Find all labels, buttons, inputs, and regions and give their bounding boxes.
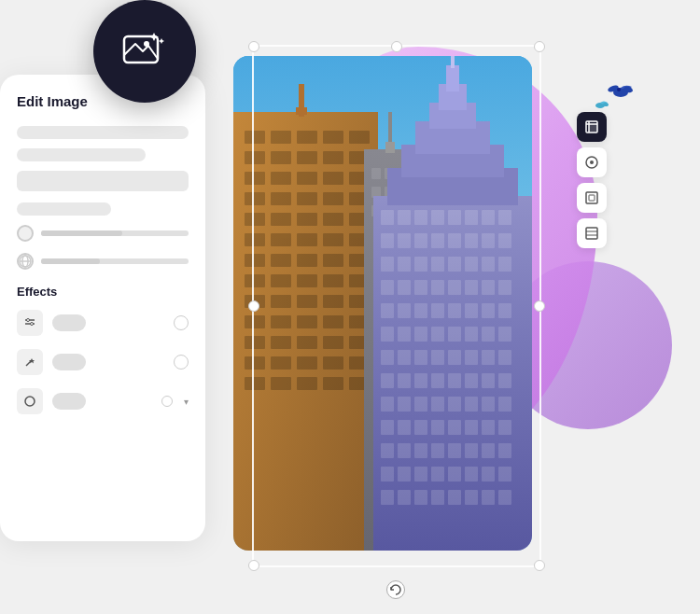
svg-rect-107: [498, 210, 511, 225]
svg-rect-148: [381, 350, 394, 365]
svg-rect-166: [414, 397, 427, 412]
svg-rect-179: [498, 420, 511, 435]
svg-rect-212: [586, 228, 597, 239]
right-toolbar: [577, 112, 607, 248]
svg-rect-105: [465, 210, 478, 225]
svg-rect-180: [381, 443, 394, 458]
svg-rect-65: [297, 336, 317, 349]
svg-rect-25: [297, 172, 317, 185]
handle-top-right[interactable]: [534, 41, 545, 52]
vignette-effect-row[interactable]: ▾: [17, 388, 189, 414]
svg-rect-108: [381, 233, 394, 248]
adjustments-effect-row[interactable]: [17, 310, 189, 336]
vignette-toggle[interactable]: [52, 393, 86, 410]
svg-rect-150: [414, 350, 427, 365]
frame-icon: [584, 190, 599, 205]
svg-rect-194: [482, 467, 495, 481]
main-image: [233, 56, 532, 551]
svg-rect-196: [381, 490, 394, 505]
audio-tool-button[interactable]: [577, 147, 607, 177]
svg-rect-104: [448, 210, 461, 225]
magic-effect-row[interactable]: [17, 349, 189, 375]
svg-rect-102: [414, 210, 427, 225]
handle-bottom-right[interactable]: [534, 560, 545, 571]
svg-rect-199: [431, 490, 444, 505]
handle-top-left[interactable]: [248, 41, 259, 52]
svg-rect-19: [271, 151, 291, 164]
handle-bottom-left[interactable]: [248, 560, 259, 571]
svg-rect-200: [448, 490, 461, 505]
saturation-icon: [17, 253, 34, 270]
vignette-chevron: ▾: [184, 397, 189, 407]
svg-rect-176: [448, 420, 461, 435]
svg-rect-169: [465, 397, 478, 412]
svg-rect-187: [498, 443, 511, 458]
svg-rect-138: [482, 303, 495, 318]
vignette-icon: [17, 388, 43, 414]
edit-image-icon: [119, 25, 171, 77]
svg-rect-106: [482, 210, 495, 225]
svg-rect-131: [498, 280, 511, 295]
svg-rect-186: [482, 443, 495, 458]
svg-rect-189: [398, 467, 411, 481]
adjustments-icon: [17, 310, 43, 336]
svg-rect-100: [381, 210, 394, 225]
svg-rect-16: [323, 131, 343, 144]
svg-rect-188: [381, 467, 394, 481]
svg-rect-68: [245, 356, 265, 370]
svg-rect-31: [323, 192, 343, 205]
svg-rect-75: [297, 377, 317, 390]
svg-rect-128: [448, 280, 461, 295]
saturation-slider-row: [17, 253, 189, 270]
svg-rect-15: [297, 131, 317, 144]
svg-rect-30: [297, 192, 317, 205]
magic-toggle[interactable]: [52, 354, 86, 370]
svg-rect-163: [498, 373, 511, 388]
svg-rect-123: [498, 257, 511, 272]
rotate-handle[interactable]: [386, 580, 405, 599]
svg-rect-172: [381, 420, 394, 435]
svg-rect-56: [323, 295, 343, 308]
svg-rect-103: [431, 210, 444, 225]
svg-rect-74: [271, 377, 291, 390]
svg-rect-181: [398, 443, 411, 458]
svg-rect-34: [271, 213, 291, 226]
skeleton-row: [17, 126, 189, 139]
svg-rect-111: [431, 233, 444, 248]
svg-rect-40: [297, 233, 317, 246]
svg-rect-174: [414, 420, 427, 435]
svg-rect-191: [431, 467, 444, 481]
adjustments-toggle[interactable]: [52, 314, 86, 331]
svg-rect-153: [465, 350, 478, 365]
svg-rect-145: [465, 327, 478, 342]
svg-rect-24: [271, 172, 291, 185]
building-background: [233, 56, 532, 551]
svg-rect-154: [482, 350, 495, 365]
svg-rect-44: [271, 254, 291, 267]
svg-rect-99: [451, 56, 455, 68]
svg-rect-132: [381, 303, 394, 318]
brightness-track[interactable]: [41, 230, 189, 236]
svg-rect-190: [414, 467, 427, 481]
sliders-icon: [23, 316, 36, 329]
svg-rect-124: [381, 280, 394, 295]
svg-rect-18: [245, 151, 265, 164]
brightness-slider-row: [17, 225, 189, 242]
svg-rect-50: [297, 274, 317, 287]
svg-rect-109: [398, 233, 411, 248]
svg-rect-147: [498, 327, 511, 342]
saturation-track[interactable]: [41, 258, 189, 264]
filter-tool-button[interactable]: [577, 218, 607, 248]
svg-rect-149: [398, 350, 411, 365]
svg-rect-165: [398, 397, 411, 412]
vignette-svg-icon: [23, 395, 36, 408]
svg-rect-21: [323, 151, 343, 164]
svg-rect-115: [498, 233, 511, 248]
svg-rect-112: [448, 233, 461, 248]
svg-rect-20: [297, 151, 317, 164]
globe-icon: [19, 255, 32, 268]
bird-decoration: [593, 75, 649, 121]
frame-tool-button[interactable]: [577, 183, 607, 213]
filter-icon: [584, 226, 599, 241]
svg-rect-116: [381, 257, 394, 272]
